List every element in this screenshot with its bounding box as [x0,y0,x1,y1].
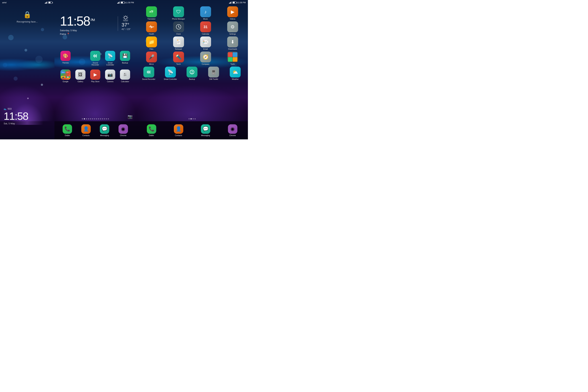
videos-icon[interactable]: ▶ [227,6,238,17]
music-icon[interactable]: ♪ [200,6,211,17]
app-phone-manager[interactable]: 🛡 Phone Manager [171,6,186,20]
app-smart-controller[interactable]: 📡 Smart Controller [104,51,117,66]
translator-icon[interactable]: a字 [146,6,157,17]
settings-icon[interactable]: ⚙ [227,22,238,32]
dock-contacts[interactable]: 👤 Contacts [81,124,91,136]
app-calendar[interactable]: 31 Calendar [198,22,213,35]
app-backup[interactable]: 💾 Backup [118,51,132,66]
app-weather[interactable]: ⛅ Weather [228,66,242,80]
status-bar-panel3: 11:58 PM [136,0,248,5]
app-settings[interactable]: ⚙ Settings [226,22,240,35]
page-indicators [54,118,136,120]
app-play-store[interactable]: ▶ Play Store [89,70,102,82]
files-icon[interactable]: 📁 [146,36,157,47]
email-icon[interactable] [200,36,211,47]
sim-toolkit-icon[interactable] [208,66,219,78]
smart-controller-icon[interactable]: 📡 [105,51,115,61]
app-sim-toolkit[interactable]: SIM Toolkit [206,66,221,80]
compass-icon[interactable]: 🧭 [200,52,211,62]
app-downloads[interactable]: ⬇ Downloads [226,36,240,50]
app-sound-recorder-2[interactable]: Sound Recorder [142,66,156,80]
backup-icon[interactable]: 💾 [120,51,130,61]
downloads-icon[interactable]: ⬇ [227,36,238,47]
status-bar-panel2: 11:58 PM [54,0,136,5]
sound-recorder-icon[interactable] [90,51,100,61]
contacts-icon-3[interactable]: 👤 [174,124,183,134]
app-email[interactable]: Email [198,36,213,50]
app-compass[interactable]: 🧭 Compass [198,52,213,65]
app-google[interactable]: G+ G+ 📸 📅 Google [59,70,72,82]
lock-date: Sat, 5 May [4,122,28,125]
videos-label: Videos [230,18,235,20]
app-sound-recorder[interactable]: Sound Recorder [89,51,102,66]
app-gallery[interactable]: 🖼 Gallery [74,70,87,82]
calculator-icon[interactable] [120,70,130,80]
backup-icon-2[interactable] [186,66,198,78]
app-notepad[interactable]: Notepad [171,36,186,50]
phone-manager-icon[interactable]: 🛡 [173,6,184,17]
steps-row: 👟 503 [4,108,28,110]
gallery-icon[interactable]: 🖼 [75,70,86,80]
chrome-icon-3[interactable]: ◉ [228,124,238,134]
torch-icon[interactable]: 🔦 [173,52,184,62]
app-files[interactable]: 📁 Files [144,36,159,50]
tools-icon[interactable] [227,52,238,62]
app-calculator[interactable]: Calculator [118,70,132,82]
app-torch[interactable]: 🔦 Torch [171,52,186,65]
svg-rect-12 [94,54,95,58]
app-tools[interactable]: Tools [226,52,240,65]
dock-messaging-3[interactable]: 💬 Messaging [201,124,210,136]
sound-recorder-icon-2[interactable] [143,66,154,78]
app-themes[interactable]: 🎨 Themes [59,51,72,66]
app-music[interactable]: ♪ Music [198,6,213,20]
google-label: Google [62,80,68,82]
health-icon[interactable] [146,22,157,32]
dock-contacts-3[interactable]: 👤 Contacts [174,124,183,136]
dialler-icon[interactable]: 📞 [62,124,72,134]
dock-chrome[interactable]: ◉ Chrome [118,124,128,136]
app-row-full-4: 🎤 Mirror 🔦 Torch 🧭 Compass Tools [138,52,246,65]
dock-chrome-3[interactable]: ◉ Chrome [228,124,238,136]
dock-dialler[interactable]: 📞 Dialler [62,124,72,136]
app-smart-controller-2[interactable]: 📡 Smart Controller [163,66,178,80]
dock-dialler-3[interactable]: 📞 Dialler [147,124,156,136]
chrome-icon[interactable]: ◉ [118,124,128,134]
messaging-icon[interactable]: 💬 [100,124,109,134]
weather-temp: 37° [122,22,129,28]
app-health[interactable]: Health [144,22,159,35]
weather-icon-app[interactable]: ⛅ [230,66,241,78]
camera-icon[interactable]: 📷 [105,70,115,80]
signal-bar-4 [47,2,48,4]
svg-rect-14 [96,54,97,58]
notepad-label: Notepad [175,48,182,50]
messaging-icon-3[interactable]: 💬 [201,124,210,134]
lock-screen-panel: airtel 🔒 Recognising face... 👟 503 11:58… [0,0,54,140]
svg-rect-29 [177,40,178,40]
app-mirror[interactable]: 🎤 Mirror [144,52,159,65]
app-videos[interactable]: ▶ Videos [226,6,240,20]
page-dot-8 [98,118,99,120]
themes-icon[interactable]: 🎨 [60,51,70,61]
page-dot-r1 [190,118,192,120]
dock-messaging[interactable]: 💬 Messaging [100,124,109,136]
notepad-icon[interactable] [173,36,184,47]
page-dot-0 [82,118,83,120]
app-translator[interactable]: a字 Translator [144,6,159,20]
app-backup-2[interactable]: Backup [185,66,199,80]
clock-date-location: Saturday, 5 May Patna 📍 [60,29,114,36]
clock-time-display: 11:58PM [60,14,114,28]
app-camera[interactable]: 📷 Camera [104,70,117,82]
app-row-full-5: Sound Recorder 📡 Smart Controller Backup [138,66,246,80]
google-icon[interactable]: G+ G+ 📸 📅 [60,70,70,80]
play-store-icon[interactable]: ▶ [90,70,100,80]
calendar-icon[interactable]: 31 [200,22,211,32]
sound-recorder-label: Sound Recorder [89,62,102,66]
contacts-icon[interactable]: 👤 [81,124,91,134]
app-clock[interactable]: Clock [171,22,186,35]
smart-controller-icon-2[interactable]: 📡 [165,66,176,78]
signal-bar-3 [46,2,47,4]
mirror-icon[interactable]: 🎤 [146,52,157,62]
dock-panel2: 📞 Dialler 👤 Contacts 💬 Messaging ◉ Chrom… [54,121,136,140]
dialler-icon-3[interactable]: 📞 [147,124,156,134]
clock-icon[interactable] [173,22,184,32]
